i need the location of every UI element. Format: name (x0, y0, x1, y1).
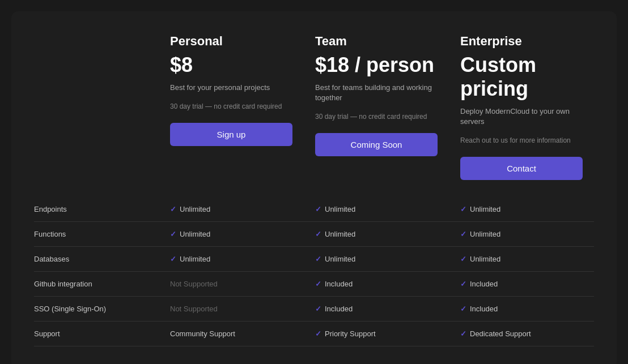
feature-value-text: Unlimited (470, 255, 500, 263)
checkmark-icon: ✓ (315, 305, 321, 313)
checkmark-icon: ✓ (315, 329, 321, 338)
feature-value-text: Priority Support (325, 329, 376, 338)
feature-team-4: ✓Included (304, 297, 449, 322)
feature-value-text: Unlimited (180, 255, 210, 263)
personal-signup-button[interactable]: Sign up (170, 123, 292, 146)
feature-value-text: Unlimited (180, 230, 210, 238)
feature-value-text: Included (325, 280, 353, 288)
enterprise-plan-description: Deploy ModernCloud to your own servers (460, 106, 583, 127)
checkmark-icon: ✓ (460, 329, 466, 338)
feature-personal-1: ✓Unlimited (159, 222, 304, 247)
checkmark-icon: ✓ (460, 205, 466, 213)
team-coming-soon-button[interactable]: Coming Soon (315, 133, 438, 156)
feature-value-text: Included (470, 280, 498, 288)
feature-team-1: ✓Unlimited (304, 222, 449, 247)
personal-plan-trial: 30 day trial — no credit card required (170, 102, 292, 112)
feature-value-text: Included (325, 305, 353, 313)
feature-personal-4: Not Supported (159, 297, 304, 322)
feature-personal-2: ✓Unlimited (159, 247, 304, 272)
feature-enterprise-0: ✓Unlimited (449, 197, 594, 222)
checkmark-icon: ✓ (170, 230, 176, 238)
feature-value-text: Unlimited (325, 230, 355, 238)
enterprise-contact-button[interactable]: Contact (460, 157, 583, 180)
checkmark-icon: ✓ (315, 230, 321, 238)
enterprise-plan-trial: Reach out to us for more information (460, 136, 583, 145)
team-plan-description: Best for teams building and working toge… (315, 83, 438, 103)
checkmark-icon: ✓ (460, 305, 466, 313)
personal-plan-price: $8 (170, 53, 292, 77)
feature-value-text: Unlimited (470, 205, 500, 213)
feature-label-1: Functions (34, 222, 159, 247)
checkmark-icon: ✓ (460, 255, 466, 263)
feature-personal-0: ✓Unlimited (159, 197, 304, 222)
team-plan-header: Team $18 / person Best for teams buildin… (304, 34, 449, 197)
feature-value-text: Dedicated Support (470, 329, 531, 338)
checkmark-icon: ✓ (170, 255, 176, 263)
personal-plan-header: Personal $8 Best for your personal proje… (159, 34, 304, 197)
feature-value-text: Unlimited (325, 255, 355, 263)
empty-header (34, 34, 159, 197)
feature-team-3: ✓Included (304, 272, 449, 297)
pricing-table: Personal $8 Best for your personal proje… (11, 11, 617, 364)
feature-team-5: ✓Priority Support (304, 322, 449, 346)
checkmark-icon: ✓ (315, 255, 321, 263)
feature-value-text: Unlimited (325, 205, 355, 213)
feature-personal-5: Community Support (159, 322, 304, 346)
checkmark-icon: ✓ (315, 280, 321, 288)
feature-enterprise-3: ✓Included (449, 272, 594, 297)
checkmark-icon: ✓ (315, 205, 321, 213)
not-supported-text: Not Supported (170, 305, 218, 313)
team-plan-name: Team (315, 34, 438, 49)
team-plan-trial: 30 day trial — no credit card required (315, 112, 438, 122)
feature-label-3: Github integration (34, 272, 159, 297)
feature-enterprise-1: ✓Unlimited (449, 222, 594, 247)
enterprise-plan-price: Custom pricing (460, 53, 583, 101)
feature-label-2: Databases (34, 247, 159, 272)
feature-personal-3: Not Supported (159, 272, 304, 297)
enterprise-plan-name: Enterprise (460, 34, 583, 49)
support-value-text: Community Support (170, 329, 235, 338)
feature-value-text: Included (470, 305, 498, 313)
feature-team-2: ✓Unlimited (304, 247, 449, 272)
team-plan-price: $18 / person (315, 53, 438, 77)
enterprise-plan-header: Enterprise Custom pricing Deploy ModernC… (449, 34, 594, 197)
checkmark-icon: ✓ (460, 230, 466, 238)
feature-label-0: Endpoints (34, 197, 159, 222)
checkmark-icon: ✓ (460, 280, 466, 288)
feature-label-5: Support (34, 322, 159, 346)
feature-enterprise-4: ✓Included (449, 297, 594, 322)
feature-value-text: Unlimited (180, 205, 210, 213)
checkmark-icon: ✓ (170, 205, 176, 213)
feature-enterprise-5: ✓Dedicated Support (449, 322, 594, 346)
feature-value-text: Unlimited (470, 230, 500, 238)
personal-plan-name: Personal (170, 34, 292, 49)
personal-plan-description: Best for your personal projects (170, 83, 292, 93)
feature-label-4: SSO (Single Sign-On) (34, 297, 159, 322)
feature-enterprise-2: ✓Unlimited (449, 247, 594, 272)
not-supported-text: Not Supported (170, 280, 218, 288)
feature-team-0: ✓Unlimited (304, 197, 449, 222)
